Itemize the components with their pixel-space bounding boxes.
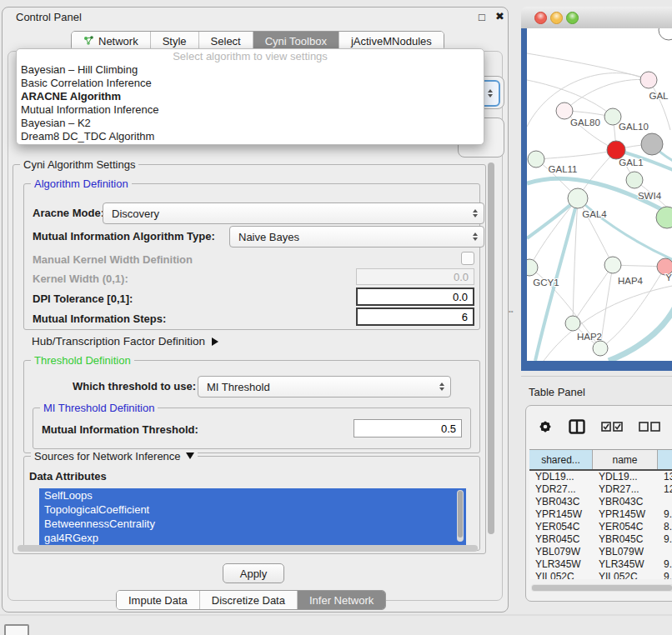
network-node-hap4[interactable] bbox=[604, 257, 621, 273]
node-label: SWI4 bbox=[638, 191, 662, 201]
network-node-gal4[interactable] bbox=[568, 188, 588, 208]
mi-threshold-definition-group: MI Threshold Definition Mutual Informati… bbox=[33, 408, 471, 449]
checked-columns-icon[interactable] bbox=[601, 422, 623, 432]
node-label: HAP4 bbox=[618, 276, 644, 286]
table-cell: YBR043C bbox=[529, 496, 593, 508]
columns-icon[interactable] bbox=[569, 419, 585, 434]
table-cell: YIL052C bbox=[593, 571, 658, 579]
splitter-grip[interactable]: •• bbox=[509, 309, 514, 318]
tab-select[interactable]: Select bbox=[199, 32, 253, 50]
tab-label: Infer Network bbox=[309, 594, 374, 607]
network-node-hap2[interactable] bbox=[565, 316, 580, 331]
table-row[interactable]: YER054CYER054C8. bbox=[529, 521, 672, 533]
mi-steps-input[interactable] bbox=[356, 308, 474, 326]
tab-infer-network[interactable]: Infer Network bbox=[298, 591, 385, 609]
unchecked-columns-icon[interactable] bbox=[639, 422, 660, 432]
dropdown-item-basic-correlation-inference[interactable]: Basic Correlation Inference bbox=[17, 77, 484, 90]
network-node-unlabeled[interactable] bbox=[626, 172, 643, 188]
table-row[interactable]: YIL052CYIL052C9. bbox=[529, 571, 672, 579]
column-header-shared-[interactable]: shared... bbox=[529, 450, 593, 469]
group-title: Threshold Definition bbox=[31, 354, 134, 367]
table-row[interactable]: YBR043CYBR043C bbox=[529, 496, 672, 508]
hub-definition-toggle[interactable]: Hub/Transcription Factor Definition bbox=[32, 333, 218, 348]
attribute-item-topologicalcoefficient[interactable]: TopologicalCoefficient bbox=[39, 502, 466, 517]
cyni-algorithm-settings-group: Cyni Algorithm Settings Algorithm Defini… bbox=[13, 164, 486, 554]
settings-vertical-scrollbar[interactable] bbox=[486, 159, 496, 544]
table-cell: YBR045C bbox=[593, 533, 658, 546]
tab-network[interactable]: Network bbox=[72, 32, 151, 50]
attribute-item-selfloops[interactable]: SelfLoops bbox=[39, 488, 466, 502]
network-view-window[interactable]: GALGAL80GAL10GAL1GAL11SWI4GAL4GCY1HAP4YH… bbox=[521, 7, 672, 371]
dropdown-item-bayesian-k2[interactable]: Bayesian – K2 bbox=[17, 117, 484, 130]
table-cell: YLR345W bbox=[529, 558, 593, 571]
table-cell: YIL052C bbox=[529, 571, 593, 579]
node-label: GAL80 bbox=[570, 118, 600, 128]
dropdown-item-bayesian-hill-climbing[interactable]: Bayesian – Hill Climbing bbox=[17, 63, 484, 77]
column-header-name[interactable]: name bbox=[593, 450, 658, 469]
network-node-unlabeled[interactable] bbox=[641, 133, 663, 155]
network-node-gcy1[interactable] bbox=[527, 259, 538, 276]
float-window-icon[interactable]: □ bbox=[479, 11, 485, 23]
mi-threshold-label: Mutual Information Threshold: bbox=[42, 423, 198, 436]
sources-toggle[interactable]: Sources for Network Inference bbox=[31, 450, 198, 462]
tab-label: jActiveMNodules bbox=[351, 35, 432, 48]
aracne-mode-combo[interactable]: Discovery bbox=[103, 202, 484, 224]
table-cell: YER054C bbox=[593, 521, 658, 533]
network-node-unlabeled[interactable] bbox=[593, 341, 608, 356]
table-horizontal-scrollbar[interactable] bbox=[531, 584, 672, 592]
network-node-gal[interactable] bbox=[640, 72, 657, 88]
settings-horizontal-scrollbar[interactable] bbox=[16, 544, 483, 552]
expanded-arrow-icon bbox=[186, 452, 194, 459]
stepper-arrows-icon bbox=[473, 209, 478, 218]
which-threshold-combo[interactable]: MI Threshold bbox=[198, 376, 451, 398]
table-row[interactable]: YDL19...YDL19...13 bbox=[529, 471, 672, 483]
combo-value: MI Threshold bbox=[207, 381, 270, 393]
network-node-unlabeled[interactable] bbox=[659, 28, 672, 40]
bottom-tab-bar: Impute DataDiscretize DataInfer Network bbox=[116, 590, 386, 610]
tab-label: Cyni Toolbox bbox=[265, 35, 327, 48]
network-node-gal80[interactable] bbox=[556, 102, 573, 119]
tab-discretize-data[interactable]: Discretize Data bbox=[200, 591, 298, 609]
table-row[interactable]: YDR27...YDR27...12 bbox=[529, 483, 672, 496]
table-cell: 12 bbox=[658, 483, 672, 496]
dropdown-item-dream8-dc-tdc-algorithm[interactable]: Dream8 DC_TDC Algorithm bbox=[17, 130, 484, 143]
mi-type-combo[interactable]: Naive Bayes bbox=[229, 226, 484, 248]
dropdown-item-mutual-information-inference[interactable]: Mutual Information Inference bbox=[17, 103, 484, 117]
close-traffic-light-icon[interactable] bbox=[534, 12, 547, 24]
table-row[interactable]: YPR145WYPR145W9. bbox=[529, 508, 672, 521]
attribute-item-betweennesscentrality[interactable]: BetweennessCentrality bbox=[39, 517, 466, 531]
network-node-gal11[interactable] bbox=[528, 151, 544, 168]
table-cell: YER054C bbox=[529, 521, 593, 533]
control-panel-titlebar: Control Panel □ ✖ bbox=[3, 8, 508, 28]
tab-style[interactable]: Style bbox=[151, 32, 199, 50]
dpi-tolerance-input[interactable] bbox=[356, 288, 474, 306]
close-icon[interactable]: ✖ bbox=[495, 10, 504, 22]
network-window-titlebar[interactable] bbox=[521, 7, 672, 29]
apply-button[interactable]: Apply bbox=[223, 563, 284, 583]
list-scrollbar[interactable] bbox=[457, 490, 464, 542]
zoom-traffic-light-icon[interactable] bbox=[566, 12, 579, 24]
table-cell: YBL079W bbox=[593, 546, 658, 558]
table-header: shared...name bbox=[529, 449, 672, 471]
manual-kernel-checkbox[interactable] bbox=[461, 252, 474, 265]
node-table: shared...name YDL19...YDL19...13YDR27...… bbox=[529, 449, 672, 579]
table-row[interactable]: YBR045CYBR045C9. bbox=[529, 533, 672, 546]
kernel-width-input[interactable] bbox=[356, 268, 474, 285]
tab-cyni-toolbox[interactable]: Cyni Toolbox bbox=[253, 32, 339, 50]
table-cell bbox=[658, 546, 672, 558]
mi-threshold-input[interactable] bbox=[354, 419, 462, 438]
table-row[interactable]: YBL079WYBL079W bbox=[529, 546, 672, 558]
panel-title: Control Panel bbox=[16, 11, 82, 23]
minimize-traffic-light-icon[interactable] bbox=[550, 12, 563, 24]
minimized-panel-icon[interactable] bbox=[4, 624, 29, 635]
tab-impute-data[interactable]: Impute Data bbox=[117, 591, 200, 609]
dropdown-item-aracne-algorithm[interactable]: ARACNE Algorithm bbox=[17, 90, 484, 103]
network-canvas[interactable]: GALGAL80GAL10GAL1GAL11SWI4GAL4GCY1HAP4YH… bbox=[527, 28, 672, 361]
column-header-clipped[interactable] bbox=[658, 450, 672, 469]
gear-icon[interactable] bbox=[538, 419, 553, 434]
network-node-gal1[interactable] bbox=[607, 141, 625, 159]
tab-jactivemnodules[interactable]: jActiveMNodules bbox=[339, 32, 444, 50]
table-row[interactable]: YLR345WYLR345W9. bbox=[529, 558, 672, 571]
sources-title: Sources for Network Inference bbox=[34, 450, 181, 462]
attribute-item-gal4rgexp[interactable]: gal4RGexp bbox=[39, 531, 466, 545]
